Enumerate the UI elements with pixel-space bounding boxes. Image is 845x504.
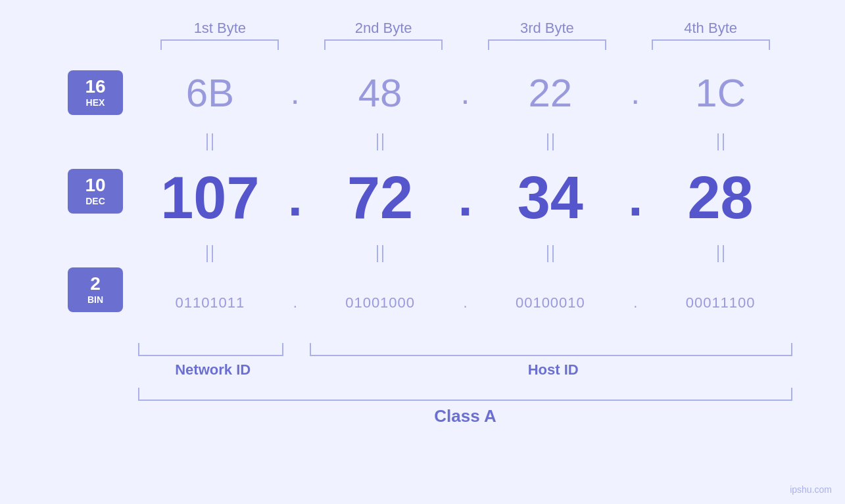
vert-line-3a	[547, 133, 548, 150]
network-id-label: Network ID	[138, 361, 287, 378]
bin-badge-label: BIN	[87, 294, 103, 305]
class-label: Class A	[138, 406, 792, 426]
vert-line-7b	[552, 245, 554, 262]
bin-dot-1: .	[282, 294, 308, 311]
hex-dot-3: .	[622, 74, 648, 112]
host-id-bracket-end	[648, 343, 792, 356]
content-area: 16 HEX 10 DEC 2 BIN	[53, 57, 792, 378]
bin-value-1: 01101011	[175, 294, 245, 311]
hex-cell-4: 1C	[648, 70, 792, 116]
byte-header-3: 3rd Byte	[466, 20, 629, 37]
dec-cell-1: 107	[138, 164, 282, 232]
hex-dot-2: .	[452, 74, 479, 112]
top-bracket-3	[466, 39, 629, 50]
top-bracket-shape-2	[324, 39, 443, 50]
top-brackets-row	[53, 39, 792, 50]
line-pair-7	[547, 245, 554, 262]
bin-dot-symbol-3: .	[633, 294, 637, 311]
hex-dot-1: .	[282, 74, 308, 112]
values-area: 6B . 48 . 22 . 1C	[138, 57, 792, 378]
bin-dot-symbol-1: .	[293, 294, 297, 311]
dec-badge-num: 10	[85, 176, 105, 195]
vert-line-3b	[552, 133, 554, 150]
vert-line-6b	[382, 245, 383, 262]
hex-cell-3: 22	[479, 70, 623, 116]
bin-cell-3: 00100010	[479, 294, 623, 311]
top-bracket-1	[138, 39, 302, 50]
line-pair-2	[377, 133, 383, 150]
hex-dot-symbol-3: .	[631, 74, 640, 112]
vert-line-5a	[206, 245, 208, 262]
host-id-label: Host ID	[314, 361, 792, 378]
line-pair-5	[206, 245, 213, 262]
dec-cell-2: 72	[308, 164, 452, 232]
parallel-cell-4	[648, 133, 792, 150]
network-id-bracket	[138, 343, 283, 356]
id-labels-row: Network ID Host ID	[138, 361, 792, 378]
parallel-lines-2	[138, 241, 792, 267]
line-pair-1	[206, 133, 213, 150]
dec-dot-symbol-1: .	[288, 168, 302, 228]
parallel-cell-1	[138, 133, 282, 150]
bin-cell-1: 01101011	[138, 294, 282, 311]
dec-dot-2: .	[452, 168, 479, 228]
dec-dot-symbol-3: .	[628, 168, 642, 228]
hex-cell-2: 48	[308, 70, 452, 116]
watermark: ipshu.com	[790, 484, 832, 495]
dec-dot-3: .	[622, 168, 648, 228]
bin-row: 01101011 . 01001000 . 00100010 .	[138, 267, 792, 339]
hex-row: 6B . 48 . 22 . 1C	[138, 57, 792, 129]
line-pair-6	[377, 245, 383, 262]
host-id-bracket-mid2	[480, 343, 623, 356]
bin-badge-spacer: 2 BIN	[68, 254, 123, 326]
dec-badge: 10 DEC	[68, 169, 123, 214]
vert-line-8b	[723, 245, 724, 262]
line-pair-4	[717, 133, 724, 150]
parallel-cell-7	[479, 245, 623, 262]
bottom-brackets-area	[138, 343, 792, 356]
dec-badge-label: DEC	[85, 196, 105, 206]
hex-value-1: 6B	[186, 70, 234, 116]
parallel-cell-5	[138, 245, 282, 262]
top-bracket-shape-4	[652, 39, 770, 50]
hex-value-2: 48	[358, 70, 402, 116]
byte-headers-row: 1st Byte 2nd Byte 3rd Byte 4th Byte	[53, 20, 792, 37]
hex-value-3: 22	[529, 70, 573, 116]
parallel-cell-3	[479, 133, 623, 150]
dec-dot-symbol-2: .	[458, 168, 472, 228]
byte-header-4: 4th Byte	[629, 20, 792, 37]
dec-cell-4: 28	[648, 164, 792, 232]
hex-badge-spacer: 16 HEX	[68, 57, 123, 129]
vert-line-1b	[212, 133, 213, 150]
vert-line-6a	[377, 245, 378, 262]
parallel-lines-1	[138, 129, 792, 155]
bin-value-2: 01001000	[345, 294, 415, 311]
parallel-cell-8	[648, 245, 792, 262]
vert-line-2a	[377, 133, 378, 150]
bin-cell-2: 01001000	[308, 294, 452, 311]
main-container: 1st Byte 2nd Byte 3rd Byte 4th Byte 16 H…	[0, 0, 845, 504]
bin-cell-4: 00011100	[648, 294, 792, 311]
bin-value-3: 00100010	[516, 294, 585, 311]
bin-badge: 2 BIN	[68, 267, 123, 312]
bin-dot-2: .	[452, 294, 479, 311]
dec-value-4: 28	[688, 164, 754, 232]
dec-value-1: 107	[160, 164, 259, 232]
dec-cell-3: 34	[479, 164, 623, 232]
bin-value-4: 00011100	[686, 294, 756, 311]
host-id-bracket-start	[310, 343, 454, 356]
parallel-cell-6	[308, 245, 452, 262]
vert-line-1a	[206, 133, 208, 150]
hex-badge: 16 HEX	[68, 70, 123, 115]
hex-dot-symbol-1: .	[291, 74, 300, 112]
dec-dot-1: .	[282, 168, 308, 228]
bin-badge-num: 2	[90, 275, 101, 293]
top-bracket-2	[302, 39, 466, 50]
hex-badge-num: 16	[85, 78, 105, 96]
label-dot-spacer	[287, 361, 314, 378]
badges-column: 16 HEX 10 DEC 2 BIN	[53, 57, 138, 378]
dec-value-2: 72	[347, 164, 413, 232]
host-id-bracket-mid3	[622, 343, 648, 356]
top-bracket-shape-3	[488, 39, 606, 50]
bin-dot-3: .	[622, 294, 648, 311]
